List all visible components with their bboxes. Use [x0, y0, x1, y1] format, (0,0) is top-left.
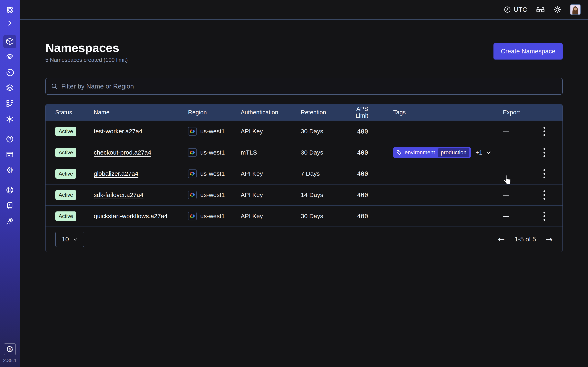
- row-menu-button[interactable]: [544, 212, 545, 221]
- tags-expand-button[interactable]: +1: [476, 149, 492, 156]
- status-badge: Active: [55, 127, 76, 136]
- prev-page-button[interactable]: ←: [498, 235, 505, 243]
- col-authentication: Authentication: [241, 109, 301, 116]
- gcp-cloud-icon: [188, 169, 197, 178]
- sidebar-item-schedules[interactable]: [3, 66, 16, 79]
- page-title: Namespaces: [45, 41, 128, 55]
- sidebar-item-settings[interactable]: ⚙: [3, 164, 16, 176]
- avatar-photo: [571, 5, 580, 15]
- retention-cell: 7 Days: [301, 170, 342, 177]
- table-pagination: 10 ← 1-5 of 5 →: [45, 226, 562, 252]
- search-icon: [51, 83, 58, 90]
- git-branch-icon: [6, 100, 14, 108]
- topbar: UTC: [20, 0, 588, 20]
- sidebar-item-support[interactable]: [3, 184, 16, 197]
- sidebar-item-getting-started[interactable]: [3, 215, 16, 227]
- sidebar-item-billing[interactable]: [3, 148, 16, 161]
- create-namespace-button[interactable]: Create Namespace: [493, 43, 563, 59]
- main-content: Namespaces 5 Namespaces created (100 lim…: [20, 20, 588, 367]
- app-version: 2.35.1: [3, 358, 17, 363]
- theme-toggle-button[interactable]: [554, 6, 561, 13]
- svg-text:$: $: [9, 347, 11, 351]
- namespace-link[interactable]: globalizer.a27a4: [94, 170, 138, 177]
- page-size-value: 10: [62, 236, 69, 243]
- auth-cell: mTLS: [241, 149, 301, 156]
- aps-cell: 400: [342, 149, 373, 156]
- pagination-range: 1-5 of 5: [515, 236, 536, 243]
- sidebar-item-nexus[interactable]: [3, 113, 16, 125]
- namespace-link[interactable]: quickstart-workflows.a27a4: [94, 213, 168, 219]
- export-cell: —: [503, 149, 509, 156]
- status-badge: Active: [55, 169, 76, 179]
- region-label: us-west1: [200, 192, 225, 198]
- glasses-icon: [536, 7, 545, 13]
- col-status: Status: [55, 109, 94, 116]
- sidebar-item-workflows[interactable]: [3, 50, 16, 64]
- col-region: Region: [188, 109, 241, 116]
- labs-toggle-button[interactable]: [536, 7, 545, 13]
- sidebar-item-deployments[interactable]: [3, 82, 16, 95]
- status-badge: Active: [55, 211, 76, 221]
- namespace-link[interactable]: checkout-prod.a27a4: [94, 149, 151, 156]
- namespace-link[interactable]: test-worker.a27a4: [94, 128, 142, 134]
- status-badge: Active: [55, 190, 76, 200]
- region-label: us-west1: [200, 170, 225, 177]
- filter-bar[interactable]: [45, 78, 563, 95]
- table-row: Active checkout-prod.a27a4 us-west1: [45, 142, 562, 163]
- table-row: Active sdk-failover.a27a4 us-west1: [45, 184, 562, 205]
- row-menu-button[interactable]: [544, 169, 545, 178]
- gcp-cloud-icon: [188, 127, 197, 136]
- export-cell: —: [503, 128, 509, 135]
- page-subtitle: 5 Namespaces created (100 limit): [45, 57, 128, 63]
- timezone-selector[interactable]: UTC: [504, 6, 527, 13]
- sidebar-divider: [0, 180, 20, 180]
- tag-pill[interactable]: environment production: [393, 147, 471, 158]
- aps-cell: 400: [342, 128, 373, 135]
- table-row: Active globalizer.a27a4 us-west1: [45, 163, 562, 184]
- sidebar-item-docs[interactable]: [3, 199, 16, 212]
- row-menu-button[interactable]: [544, 191, 545, 200]
- dollar-badge-icon: $: [6, 346, 13, 353]
- region-label: us-west1: [200, 149, 225, 156]
- sidebar: ⚙ $ 2.35.1: [0, 0, 20, 367]
- col-aps-limit: APS Limit: [342, 106, 373, 119]
- filter-input[interactable]: [61, 83, 557, 90]
- region-label: us-west1: [200, 128, 225, 135]
- sidebar-item-worker-deployments[interactable]: [3, 97, 16, 110]
- namespace-link[interactable]: sdk-failover.a27a4: [94, 192, 144, 198]
- temporal-logo: [3, 3, 16, 16]
- sidebar-divider: [0, 129, 20, 129]
- gcp-cloud-icon: [188, 191, 197, 199]
- spiral-target-icon: [6, 53, 14, 61]
- timer-icon: [6, 68, 14, 77]
- row-menu-button[interactable]: [544, 148, 545, 157]
- tag-icon: [397, 150, 402, 155]
- plan-badge-button[interactable]: $: [4, 343, 16, 355]
- auth-cell: API Key: [241, 128, 301, 135]
- col-export: Export: [503, 109, 553, 116]
- gear-icon: ⚙: [6, 166, 13, 174]
- book-sparkle-icon: [6, 201, 14, 210]
- row-menu-button[interactable]: [544, 127, 545, 136]
- sidebar-item-usage[interactable]: [3, 133, 16, 146]
- retention-cell: 30 Days: [301, 149, 342, 156]
- sidebar-item-namespaces[interactable]: [3, 35, 16, 48]
- next-page-button[interactable]: →: [546, 235, 553, 243]
- chevron-down-icon: [486, 150, 492, 155]
- col-retention: Retention: [301, 109, 342, 116]
- table-header: Status Name Region Authentication Retent…: [45, 104, 562, 120]
- gcp-cloud-icon: [188, 148, 197, 157]
- sidebar-expand-button[interactable]: [3, 18, 16, 28]
- table-row: Active quickstart-workflows.a27a4 us-wes…: [45, 205, 562, 226]
- retention-cell: 30 Days: [301, 128, 342, 135]
- sun-icon: [554, 6, 561, 13]
- region-label: us-west1: [200, 213, 225, 220]
- user-avatar[interactable]: [570, 4, 581, 15]
- aps-cell: 400: [342, 213, 373, 220]
- table-row: Active test-worker.a27a4 us-west1: [45, 120, 562, 142]
- status-badge: Active: [55, 148, 76, 157]
- export-cell: —: [503, 213, 509, 220]
- page-size-select[interactable]: 10: [55, 232, 84, 247]
- gauge-icon: [6, 135, 14, 143]
- retention-cell: 30 Days: [301, 213, 342, 220]
